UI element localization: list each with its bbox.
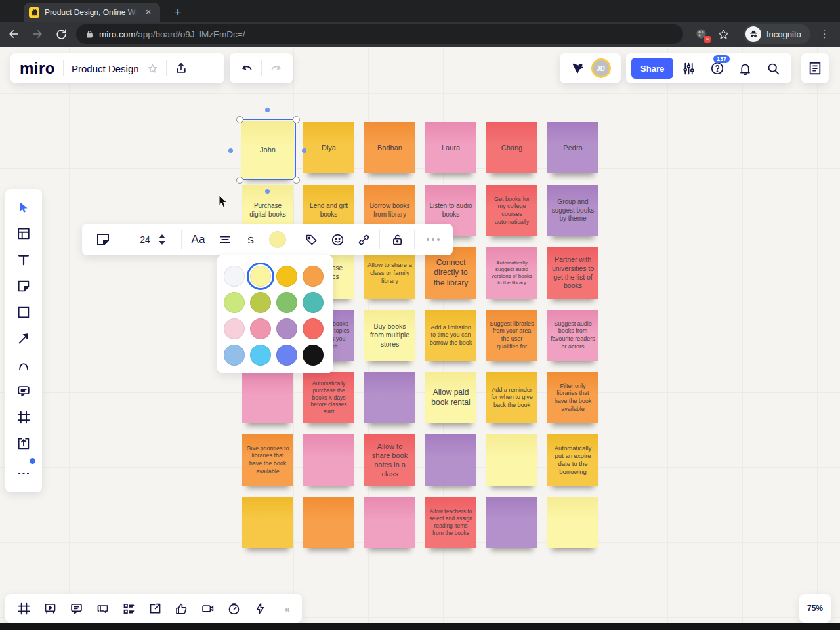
avatar[interactable]: JD [591,58,611,78]
sticky-note[interactable] [547,497,598,548]
selection-handle[interactable] [236,116,243,123]
selection-handle[interactable] [293,116,300,123]
export-icon[interactable] [175,62,188,75]
sticky-note[interactable]: Group and suggest books by theme [547,185,598,236]
select-tool[interactable] [9,194,38,220]
sticky-note[interactable]: Suggest libraries from your area the use… [486,310,537,361]
sticky-note[interactable]: Suggest audio books from favourite reade… [547,310,598,361]
chat-icon[interactable] [89,595,116,621]
sticky-note-tool[interactable] [9,273,38,299]
more-tools[interactable] [9,457,38,483]
emoji-icon[interactable] [324,226,350,253]
sticky-note[interactable]: Partner with universities to get the lis… [547,247,598,299]
sticky-note[interactable]: Give priorities to libraries that have t… [242,434,293,486]
color-swatch[interactable] [276,292,297,313]
sticky-type-icon[interactable] [86,226,120,253]
sticky-note[interactable] [303,497,354,548]
color-swatch[interactable] [250,266,271,287]
sticky-note[interactable]: Allow paid book rental [425,372,476,423]
color-swatch[interactable] [303,292,324,313]
share-screen-icon[interactable] [142,595,168,621]
text-align-icon[interactable] [212,226,238,253]
color-swatch[interactable] [303,266,324,287]
connector-dot[interactable] [228,148,233,153]
color-swatch[interactable] [250,318,271,339]
color-swatch[interactable] [224,345,245,366]
video-chat-icon[interactable] [194,595,220,621]
sticky-note[interactable]: Allow teachers to select and assign read… [425,497,476,548]
bookmark-star-icon[interactable] [713,24,733,44]
star-icon[interactable] [147,63,158,74]
sticky-note[interactable]: Add a reminder for when to give back the… [486,372,537,423]
color-swatch[interactable] [250,345,271,366]
collapse-toolbar-icon[interactable]: « [273,595,299,621]
share-button[interactable]: Share [631,58,673,79]
fill-color-button[interactable] [263,226,292,253]
sticky-note[interactable]: Automatically put an expire date to the … [547,434,598,486]
pen-tool[interactable] [9,352,38,378]
color-swatch[interactable] [224,292,245,313]
browser-tab[interactable]: Product Design, Online Whit × [24,3,160,22]
color-swatch[interactable] [250,292,271,313]
sticky-note[interactable] [364,372,415,423]
link-icon[interactable] [350,226,377,253]
tab-close-icon[interactable]: × [143,7,154,18]
sticky-note[interactable]: Diya [303,122,354,173]
sticky-note[interactable]: Add a limitation to time you can borrow … [425,310,476,361]
browser-menu-icon[interactable]: ⋮ [820,28,830,40]
strikethrough-button[interactable]: S [238,226,263,253]
sticky-note[interactable]: Chang [486,122,537,173]
color-swatch[interactable] [224,266,245,287]
forward-button[interactable] [28,24,47,44]
new-tab-button[interactable]: + [169,4,186,21]
cards-icon[interactable] [116,595,142,621]
connector-dot[interactable] [265,108,270,112]
text-tool[interactable] [9,247,38,273]
sticky-note[interactable]: Pedro [547,122,598,173]
reload-button[interactable] [51,24,71,44]
sticky-note[interactable] [242,372,293,423]
reactions-icon[interactable] [168,595,194,621]
back-button[interactable] [4,24,24,44]
sticky-note[interactable]: Get books for my college courses automat… [486,185,537,236]
sticky-note[interactable] [303,434,354,486]
zoom-indicator[interactable]: 75% [799,594,831,623]
sticky-note[interactable]: Laura [425,122,476,173]
sticky-note[interactable] [242,497,293,548]
sticky-note[interactable] [486,434,537,486]
help-icon[interactable]: 137 [704,55,730,81]
extension-icon[interactable]: × [695,28,708,41]
connector-dot[interactable] [302,148,306,153]
frames-panel-icon[interactable] [10,595,37,621]
selection-handle[interactable] [293,177,300,184]
color-swatch[interactable] [276,318,297,339]
sticky-note[interactable]: Filter only libraries that have the book… [547,372,598,423]
color-swatch[interactable] [276,345,297,366]
miro-logo[interactable]: miro [20,59,55,77]
search-icon[interactable] [761,55,786,81]
sticky-note[interactable]: Automatically suggest audio versions of … [486,247,537,299]
undo-icon[interactable] [240,61,255,75]
notifications-bell-icon[interactable] [732,55,758,81]
sticky-note[interactable]: Bodhan [364,122,415,173]
font-size-value[interactable]: 24 [135,234,155,245]
comments-panel-icon[interactable] [63,595,89,621]
lock-button[interactable] [383,226,411,253]
sticky-note[interactable]: Automatically purchase the books X days … [303,372,354,423]
sticky-note[interactable]: Buy books from multiple stores [364,310,415,361]
selection-handle[interactable] [236,177,243,184]
connector-dot[interactable] [265,189,270,194]
color-swatch[interactable] [303,318,324,339]
more-options[interactable] [417,226,449,253]
shapes-tool[interactable] [9,299,38,326]
frame-tool[interactable] [9,404,38,430]
document-notes-icon[interactable] [808,61,822,75]
sticky-note[interactable] [364,497,415,548]
color-swatch[interactable] [276,266,297,287]
tag-icon[interactable] [298,226,324,253]
timer-icon[interactable] [220,595,247,621]
quick-actions-icon[interactable] [247,595,273,621]
settings-sliders-icon[interactable] [676,55,702,81]
font-size-stepper[interactable] [155,234,169,245]
templates-tool[interactable] [9,220,38,247]
